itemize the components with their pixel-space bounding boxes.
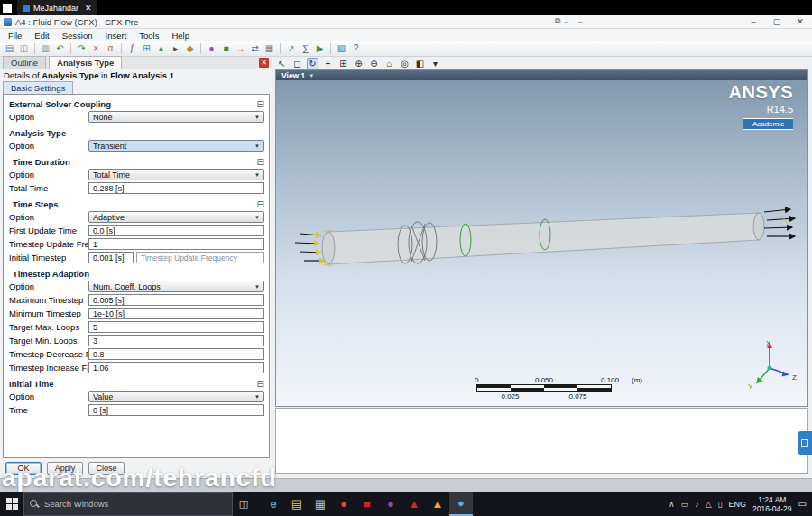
scale-ruler: 0 0.050 0.100 (m) 0.025 0.075 <box>476 376 612 401</box>
minimize-button[interactable]: – <box>742 17 765 26</box>
redo-icon[interactable]: ↷ <box>76 43 88 55</box>
media-app-icon[interactable]: ● <box>379 492 402 516</box>
close-panel-icon[interactable]: ✕ <box>259 58 269 68</box>
option-select-value: Num. Coeff. Loops <box>93 282 254 291</box>
field-label-maximum-timestep: Maximum Timestep <box>9 295 88 305</box>
option-select[interactable]: Adaptive▼ <box>88 211 264 223</box>
interface-icon[interactable]: ⇄ <box>249 43 261 55</box>
tab-analysis-type[interactable]: Analysis Type <box>49 56 122 69</box>
time-input[interactable]: 0 [s] <box>88 404 264 416</box>
command-editor-icon[interactable]: ▸ <box>170 43 181 55</box>
select-icon[interactable]: ↖ <box>276 58 288 69</box>
display-icon[interactable]: ▭ <box>681 500 689 509</box>
option-select[interactable]: Transient▼ <box>88 140 264 152</box>
render-options-icon[interactable]: ◧ <box>414 58 426 69</box>
reaction-icon[interactable]: ● <box>206 43 217 55</box>
start-button[interactable] <box>0 492 23 516</box>
zoom-box-icon[interactable]: ⊞ <box>337 58 349 69</box>
solver-control-icon[interactable]: ∑ <box>300 43 311 55</box>
fit-view-icon[interactable]: ⌂ <box>383 58 395 69</box>
timestep-update-freq-input[interactable]: 1 <box>88 238 264 250</box>
close-button[interactable]: ✕ <box>789 17 812 26</box>
center-view-icon[interactable]: ◎ <box>399 58 411 69</box>
help-icon[interactable]: ? <box>350 43 362 55</box>
option-select[interactable]: Value▼ <box>88 391 264 402</box>
task-view-button[interactable]: ◫ <box>233 498 254 510</box>
rotate-icon[interactable]: ↻ <box>307 58 318 69</box>
monitor-icon[interactable]: ▧ <box>336 43 347 55</box>
option-select[interactable]: Num. Coeff. Loops▼ <box>88 281 264 292</box>
browser-red-icon[interactable]: ● <box>332 492 355 516</box>
collapse-toggle-icon[interactable]: ⊟ <box>257 199 264 209</box>
file-explorer-icon[interactable]: ▤ <box>285 492 309 516</box>
tab-close-icon[interactable]: ✕ <box>85 4 92 13</box>
menu-file[interactable]: File <box>2 31 28 41</box>
maximize-button[interactable]: ▢ <box>765 17 789 26</box>
undo-icon[interactable]: ↶ <box>54 43 66 55</box>
option-select[interactable]: Total Time▼ <box>88 169 264 180</box>
menu-session[interactable]: Session <box>56 31 99 41</box>
flame-app-icon[interactable]: ▲ <box>426 492 449 516</box>
language-indicator[interactable]: ENG <box>729 500 747 509</box>
workspace-toggle-icon[interactable]: ⧉ ⌄ <box>555 16 569 26</box>
network-icon[interactable]: △ <box>706 500 712 509</box>
menu-edit[interactable]: Edit <box>28 31 55 41</box>
tab-outline[interactable]: Outline <box>3 56 46 69</box>
option-select[interactable]: None▼ <box>88 111 264 123</box>
view-tab-caret-icon[interactable]: ▼ <box>309 73 314 78</box>
pdf-icon[interactable]: ■ <box>355 492 379 516</box>
table-icon[interactable]: ⊞ <box>141 43 152 55</box>
zoom-in-icon[interactable]: ⊕ <box>353 58 364 69</box>
copy-icon[interactable]: ◫ <box>18 43 30 55</box>
battery-icon[interactable]: ▯ <box>718 500 723 509</box>
collapse-toggle-icon[interactable]: ⊟ <box>257 379 264 389</box>
timestep-increase-fac-input[interactable]: 1.06 <box>88 362 264 373</box>
pan-icon[interactable]: + <box>322 58 334 69</box>
action-center-icon[interactable]: ▭ <box>798 499 807 509</box>
view-tab[interactable]: View 1 <box>281 71 305 80</box>
browser-tab[interactable]: MeJahandar ✕ <box>17 0 97 15</box>
collapse-toggle-icon[interactable]: ⊟ <box>257 99 264 109</box>
paste-icon[interactable]: ▥ <box>40 43 51 55</box>
box-select-icon[interactable]: ◻ <box>291 58 303 69</box>
menu-insert[interactable]: Insert <box>99 31 134 41</box>
view-menu-icon[interactable]: ▾ <box>429 58 441 69</box>
initial-timestep-input[interactable]: 0.001 [s] <box>88 252 134 263</box>
material-icon[interactable]: ◆ <box>184 43 196 55</box>
chevron-up-icon[interactable]: ∧ <box>669 500 675 509</box>
menu-tools[interactable]: Tools <box>133 31 165 41</box>
delete-icon[interactable]: × <box>90 43 102 55</box>
timestep-decrease-fac-input[interactable]: 0.8 <box>88 348 264 360</box>
mesh-adaption-icon[interactable]: ▦ <box>263 43 275 55</box>
domain-icon[interactable]: ■ <box>220 43 232 55</box>
run-icon[interactable]: ▶ <box>314 43 326 55</box>
variable-icon[interactable]: ƒ <box>126 43 138 55</box>
workspace-dropdown-icon[interactable]: ⌄ <box>577 16 584 26</box>
target-min-loops-input[interactable]: 3 <box>88 335 264 346</box>
boundary-icon[interactable]: → <box>235 43 246 55</box>
target-max-loops-input[interactable]: 5 <box>88 321 264 333</box>
zoom-out-icon[interactable]: ⊖ <box>368 58 380 69</box>
cfx-app-icon[interactable]: ● <box>449 492 473 516</box>
edge-icon[interactable]: e <box>262 492 285 516</box>
collapse-toggle-icon[interactable]: ⊟ <box>257 157 264 167</box>
system-tray: ∧▭♪△▯ENG 1:24 AM 2016-04-29 ▭ <box>669 495 812 513</box>
minimum-timestep-input[interactable]: 1e-10 [s] <box>88 308 264 319</box>
tab-basic-settings[interactable]: Basic Settings <box>3 81 73 94</box>
acrobat-icon[interactable]: ▲ <box>402 492 426 516</box>
expression-icon[interactable]: α <box>105 43 116 55</box>
save-icon[interactable]: ▤ <box>4 43 15 55</box>
volume-icon[interactable]: ♪ <box>695 500 699 509</box>
store-icon[interactable]: ▦ <box>309 492 332 516</box>
coordinate-triad: X Z Y <box>744 337 800 390</box>
maximum-timestep-input[interactable]: 0.005 [s] <box>88 294 264 306</box>
menu-help[interactable]: Help <box>165 31 196 41</box>
floating-widget[interactable] <box>798 431 812 455</box>
clock[interactable]: 1:24 AM 2016-04-29 <box>752 495 791 513</box>
total-time-input[interactable]: 0.288 [s] <box>88 182 264 194</box>
taskbar-search[interactable]: Search Windows <box>23 492 233 516</box>
viewport-3d[interactable]: View 1 ▼ <box>275 69 808 407</box>
first-update-time-input[interactable]: 0.0 [s] <box>88 225 264 236</box>
chart-icon[interactable]: ▲ <box>155 43 167 55</box>
initialisation-icon[interactable]: ↗ <box>285 43 297 55</box>
